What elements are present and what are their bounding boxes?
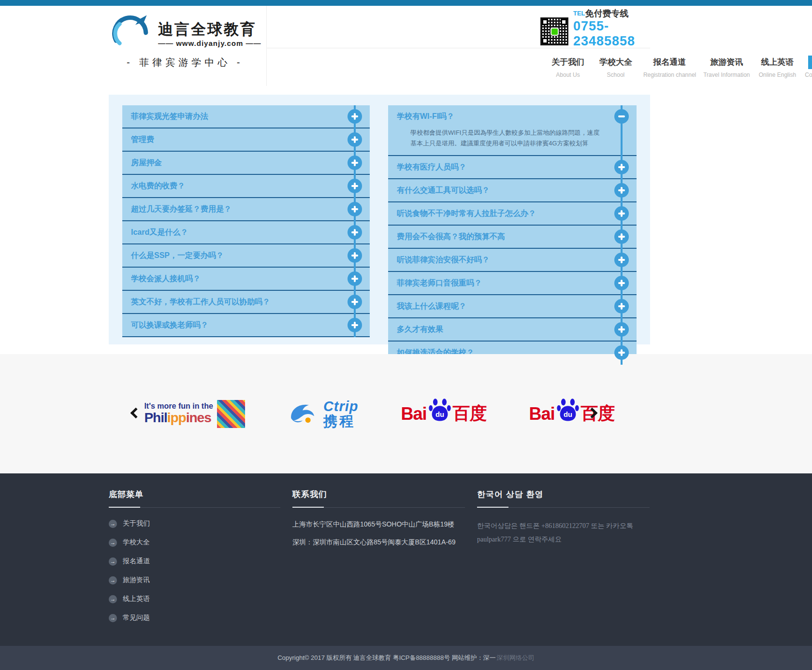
footer-link-common-problem[interactable]: 常见问题 — [109, 613, 280, 622]
faq-column-left: 菲律宾观光签申请办法 管理费 房屋押金 水电费的收费？ 超过几天要办签延？费用是… — [122, 105, 370, 337]
nav-sublabel: Common Problem — [805, 71, 812, 78]
faq-item[interactable]: 超过几天要办签延？费用是？ — [122, 198, 370, 221]
korean-contact-line2: paulpark777 으로 연락주세요 — [477, 533, 650, 546]
nav-item-school[interactable]: 学校大全 School — [595, 56, 636, 86]
line-app-icon — [551, 28, 559, 36]
faq-item[interactable]: 房屋押金 — [122, 152, 370, 175]
hotline-label: 免付费专线 — [585, 9, 629, 18]
arrow-circle-icon — [109, 557, 117, 566]
expand-plus-icon[interactable] — [348, 132, 362, 147]
nav-item-common-problem-active[interactable]: 常见问题 Common Problem — [805, 56, 812, 86]
arrow-circle-icon — [109, 595, 117, 603]
arrow-circle-icon — [109, 576, 117, 584]
carousel-prev-icon[interactable] — [130, 407, 142, 418]
faq-item[interactable]: 多久才有效果 — [388, 318, 637, 342]
expand-plus-icon[interactable] — [614, 229, 629, 244]
expand-plus-icon[interactable] — [348, 295, 362, 309]
footer-link-about[interactable]: 关于我们 — [109, 519, 280, 528]
expand-plus-icon[interactable] — [348, 202, 362, 216]
faq-item[interactable]: 我该上什么课程呢？ — [388, 295, 637, 318]
footer-korean-title: 한국어 상담 환영 — [477, 489, 650, 508]
globe-plane-logo-icon — [109, 14, 153, 52]
faq-panel: 菲律宾观光签申请办法 管理费 房屋押金 水电费的收费？ 超过几天要办签延？费用是… — [109, 95, 650, 344]
arrow-circle-icon — [109, 520, 117, 528]
faq-item[interactable]: 听说菲律宾治安很不好吗？ — [388, 249, 637, 272]
expand-plus-icon[interactable] — [348, 225, 362, 240]
svg-text:du: du — [435, 410, 444, 418]
expand-plus-icon[interactable] — [348, 156, 362, 170]
baidu-paw-icon: du — [428, 398, 452, 424]
footer-link-online-english[interactable]: 线上英语 — [109, 595, 280, 603]
faq-item[interactable]: 学校会派人接机吗？ — [122, 268, 370, 291]
footer-link-registration[interactable]: 报名通道 — [109, 557, 280, 566]
nav-label-active[interactable]: 常见问题 — [808, 56, 812, 69]
partner-logo-baidu-2[interactable]: Bai du 百度 — [529, 398, 615, 430]
faq-item[interactable]: 菲律宾观光签申请办法 — [122, 105, 370, 128]
expand-plus-icon[interactable] — [614, 345, 629, 360]
nav-label[interactable]: 报名通道 — [650, 56, 690, 69]
nav-label[interactable]: 线上英语 — [757, 56, 798, 69]
footer-link-school[interactable]: 学校大全 — [109, 538, 280, 547]
hotline-block: TEL免付费专线 0755- 23485858 — [573, 9, 635, 49]
faq-item[interactable]: 管理费 — [122, 128, 370, 152]
faq-answer: 學校都會提供WIFI只是因為學生人數較多加上當地的線路問題，速度基本上只是堪用。… — [388, 128, 637, 155]
copyright-maintainer-link[interactable]: 深圳网络公司 — [497, 654, 535, 662]
nav-item-about-us[interactable]: 关于我们 About Us — [548, 56, 588, 86]
nav-sublabel: Registration channel — [643, 71, 696, 78]
nav-item-online-english[interactable]: 线上英语 Online English — [757, 56, 798, 86]
philippines-weave-art — [217, 400, 245, 428]
faq-item[interactable]: Icard又是什么？ — [122, 221, 370, 244]
expand-plus-icon[interactable] — [348, 318, 362, 332]
hotline-row: TEL免付费专线 0755- 23485858 — [267, 6, 650, 48]
faq-item[interactable]: 有什么交通工具可以选吗？ — [388, 179, 637, 202]
faq-item[interactable]: 听说食物不干净时常有人拉肚子怎么办？ — [388, 202, 637, 226]
expand-plus-icon[interactable] — [614, 276, 629, 290]
nav-sublabel: School — [595, 71, 636, 78]
partner-logo-ctrip[interactable]: Ctrip 携程 — [288, 399, 359, 428]
logo-subtitle: - 菲律宾游学中心 - — [109, 56, 261, 69]
nav-label[interactable]: 关于我们 — [548, 56, 588, 69]
ctrip-dolphin-icon — [288, 399, 319, 428]
expand-plus-icon[interactable] — [348, 271, 362, 286]
expand-plus-icon[interactable] — [614, 253, 629, 267]
nav-label[interactable]: 学校大全 — [595, 56, 636, 69]
faq-item[interactable]: 什么是SSP，一定要办吗？ — [122, 244, 370, 268]
site-header: 迪言全球教育 —— www.diyanjy.com —— - 菲律宾游学中心 -… — [0, 6, 812, 86]
expand-plus-icon[interactable] — [614, 299, 629, 314]
expand-plus-icon[interactable] — [348, 248, 362, 263]
main-nav: 关于我们 About Us 学校大全 School 报名通道 Registrat… — [533, 48, 812, 86]
logo-url: —— www.diyanjy.com —— — [158, 39, 261, 47]
site-logo[interactable]: 迪言全球教育 —— www.diyanjy.com —— - 菲律宾游学中心 - — [109, 14, 261, 69]
phone-number-line1: 0755- — [573, 19, 635, 34]
nav-label[interactable]: 旅游资讯 — [706, 56, 747, 69]
expand-plus-icon[interactable] — [614, 322, 629, 337]
expand-plus-icon[interactable] — [614, 183, 629, 198]
copyright-bar: Copyright© 2017 版权所有 迪言全球教育 粤ICP备8888888… — [0, 646, 812, 670]
partner-logo-baidu-1[interactable]: Bai du 百度 — [401, 398, 487, 430]
nav-sublabel: Online English — [757, 71, 798, 78]
top-accent-bar — [0, 0, 812, 6]
faq-item[interactable]: 学校有医疗人员吗？ — [388, 156, 637, 179]
expand-plus-icon[interactable] — [614, 160, 629, 174]
nav-sublabel: Travel Information — [703, 71, 750, 78]
expand-plus-icon[interactable] — [614, 206, 629, 221]
nav-item-registration[interactable]: 报名通道 Registration channel — [643, 56, 696, 86]
qr-code-image — [540, 17, 568, 45]
nav-sublabel: About Us — [548, 71, 588, 78]
site-footer: 底部菜单 关于我们 学校大全 报名通道 旅游资讯 线上英语 — [0, 473, 812, 646]
faq-item[interactable]: 英文不好，学校有工作人员可以协助吗？ — [122, 291, 370, 314]
faq-item[interactable]: 水电费的收费？ — [122, 175, 370, 198]
partner-logo-philippines[interactable]: It's more fun in the Philippines — [144, 400, 245, 428]
faq-item-expanded[interactable]: 学校有WI-FI吗？ 學校都會提供WIFI只是因為學生人數較多加上當地的線路問題… — [388, 105, 637, 156]
faq-item[interactable]: 菲律宾老师口音很重吗？ — [388, 272, 637, 295]
footer-link-travel-info[interactable]: 旅游资讯 — [109, 576, 280, 584]
expand-plus-icon[interactable] — [348, 179, 362, 193]
address-shenzhen: 深圳：深圳市南山区文心路85号闽泰大厦B区1401A-69 — [292, 537, 465, 547]
faq-item[interactable]: 可以换课或换老师吗？ — [122, 314, 370, 337]
expand-plus-icon[interactable] — [348, 109, 362, 124]
nav-item-travel-info[interactable]: 旅游资讯 Travel Information — [703, 56, 750, 86]
header-right: TEL免付费专线 0755- 23485858 关于我们 About Us 学校… — [266, 6, 650, 86]
collapse-minus-icon[interactable] — [614, 109, 629, 124]
footer-korean-column: 한국어 상담 환영 한국어상담은 핸드폰 +8618602122707 또는 카… — [477, 489, 650, 632]
faq-item[interactable]: 费用会不会很高？我的预算不高 — [388, 226, 637, 249]
